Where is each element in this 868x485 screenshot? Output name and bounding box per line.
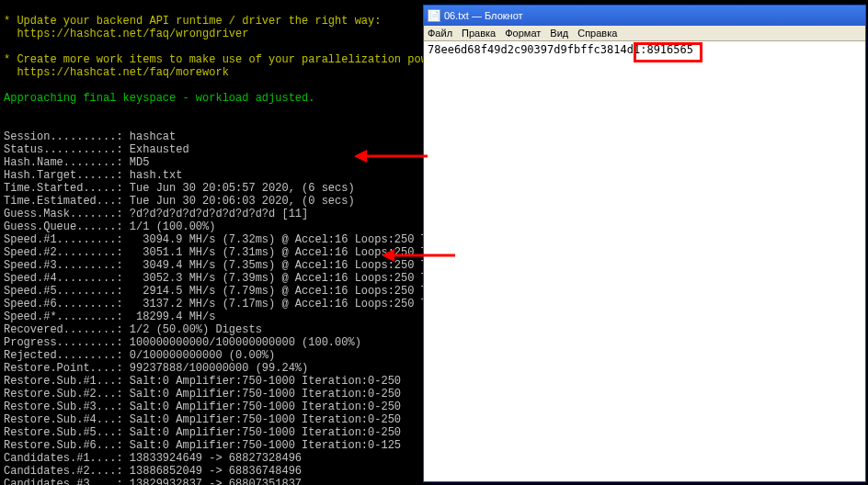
tip-update-driver-line1: * Update your backend API runtime / driv… (4, 15, 381, 28)
rsub6-line: Restore.Sub.#6...: Salt:0 Amplifier:750-… (4, 439, 401, 452)
menu-view[interactable]: Вид (550, 28, 568, 39)
rsub2-line: Restore.Sub.#2...: Salt:0 Amplifier:750-… (4, 388, 401, 400)
hash-plaintext: 8916565 (646, 43, 693, 56)
session-line: Session..........: hashcat (4, 130, 176, 143)
rejected-line: Rejected.........: 0/100000000000 (0.00%… (4, 349, 275, 362)
speedall-line: Speed.#*.........: 18299.4 MH/s (4, 310, 215, 323)
menu-help[interactable]: Справка (577, 28, 617, 39)
speed3-line: Speed.#3.........: 3049.4 MH/s (7.35ms) … (4, 259, 423, 272)
progress-line: Progress.........: 100000000000/10000000… (4, 336, 361, 349)
speed6-line: Speed.#6.........: 3137.2 MH/s (7.17ms) … (4, 298, 423, 310)
guessqueue-line: Guess.Queue......: 1/1 (100.00%) (4, 220, 215, 233)
menu-file[interactable]: Файл (428, 28, 452, 39)
cand2-line: Candidates.#2....: 13886852049 -> 688367… (4, 465, 302, 478)
guessmask-line: Guess.Mask.......: ?d?d?d?d?d?d?d?d?d?d?… (4, 208, 308, 220)
speed4-line: Speed.#4.........: 3052.3 MH/s (7.39ms) … (4, 272, 423, 285)
rsub1-line: Restore.Sub.#1...: Salt:0 Amplifier:750-… (4, 375, 401, 388)
notepad-icon: 📄 (428, 9, 440, 22)
notepad-textarea[interactable]: 78ee6d68f49d2c90397d9fbffc3814d1:8916565 (424, 41, 865, 481)
recovered-line: Recovered........: 1/2 (50.00%) Digests (4, 323, 262, 336)
rsub4-line: Restore.Sub.#4...: Salt:0 Amplifier:750-… (4, 413, 401, 426)
tip-morework-line1: * Create more work items to make use of … (4, 53, 423, 66)
tip-morework-line2: https://hashcat.net/faq/morework (4, 66, 229, 79)
timeest-line: Time.Estimated...: Tue Jun 30 20:06:03 2… (4, 195, 355, 208)
hashcat-terminal: * Update your backend API runtime / driv… (0, 0, 423, 485)
tip-update-driver-line2: https://hashcat.net/faq/wrongdriver (4, 28, 248, 40)
hash-md5: 78ee6d68f49d2c90397d9fbffc3814d1: (428, 43, 646, 56)
speed5-line: Speed.#5.........: 2914.5 MH/s (7.79ms) … (4, 285, 423, 298)
hashname-line: Hash.Name........: MD5 (4, 156, 149, 169)
notepad-title-text: 06.txt — Блокнот (444, 10, 523, 21)
menu-format[interactable]: Формат (505, 28, 541, 39)
restorepoint-line: Restore.Point....: 99237888/100000000 (9… (4, 362, 308, 375)
approaching-keyspace: Approaching final keyspace - workload ad… (4, 92, 314, 105)
timestart-line: Time.Started.....: Tue Jun 30 20:05:57 2… (4, 182, 355, 195)
speed2-line: Speed.#2.........: 3051.1 MH/s (7.31ms) … (4, 246, 423, 259)
notepad-menubar: Файл Правка Формат Вид Справка (424, 26, 865, 41)
notepad-titlebar[interactable]: 📄 06.txt — Блокнот (424, 6, 865, 26)
cand1-line: Candidates.#1....: 13833924649 -> 688273… (4, 452, 302, 465)
rsub3-line: Restore.Sub.#3...: Salt:0 Amplifier:750-… (4, 400, 401, 413)
menu-edit[interactable]: Правка (462, 28, 496, 39)
hashtarget-line: Hash.Target......: hash.txt (4, 169, 182, 182)
speed1-line: Speed.#1.........: 3094.9 MH/s (7.32ms) … (4, 233, 423, 246)
cand3-line: Candidates.#3....: 13829932837 -> 688073… (4, 478, 302, 485)
notepad-window[interactable]: 📄 06.txt — Блокнот Файл Правка Формат Ви… (423, 5, 866, 482)
status-line: Status...........: Exhausted (4, 143, 189, 156)
rsub5-line: Restore.Sub.#5...: Salt:0 Amplifier:750-… (4, 426, 401, 439)
